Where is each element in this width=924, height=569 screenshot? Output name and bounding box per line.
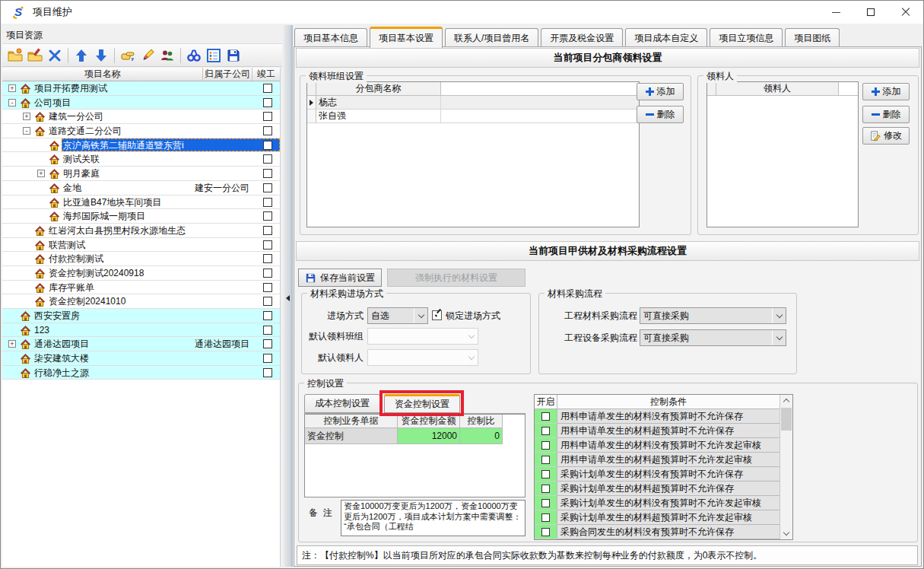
condition-checkbox[interactable] [541,412,550,421]
project-name[interactable]: 道路交通二分公司 [49,124,122,138]
condition-checkbox[interactable] [541,485,550,493]
tab-项目基本设置[interactable]: 项目基本设置 [370,27,443,48]
find-icon[interactable] [185,46,203,65]
project-name[interactable]: 123 [34,323,49,338]
condition-row[interactable]: 用料申请单发生的材料没有预算时不允许发起审核 [535,438,780,453]
condition-enable-cell[interactable] [535,496,557,510]
tab-项目基本信息[interactable]: 项目基本信息 [294,28,367,47]
completed-checkbox[interactable] [263,183,272,192]
new-project-icon[interactable] [6,46,24,65]
tree-row[interactable]: 库存平账单 [2,281,280,295]
expand-icon[interactable]: + [8,84,16,92]
completed-checkbox[interactable] [263,240,272,250]
completed-checkbox[interactable] [263,154,272,164]
completed-checkbox[interactable] [263,283,272,292]
condition-row[interactable]: 用料申请单发生的材料没有预算时不允许保存 [535,409,780,424]
tree-row[interactable]: 测试关联 [2,152,280,167]
chevron-down-icon[interactable] [772,330,786,345]
material-flow-combo[interactable]: 可直接采购 [640,307,786,324]
completed-checkbox[interactable] [263,84,272,93]
default-picker-combo[interactable] [367,349,478,366]
project-name[interactable]: 柒安建筑大楼 [34,351,89,366]
tab-联系人/项目曾用名[interactable]: 联系人/项目曾用名 [445,28,538,47]
completed-checkbox[interactable] [263,254,272,263]
lock-entry-mode-checkbox[interactable] [432,310,442,320]
subcontractor-row[interactable]: 杨志 [307,96,639,110]
scroll-thumb[interactable] [781,408,792,431]
project-name[interactable]: 西安安置房 [34,309,80,323]
scroll-up-icon[interactable] [780,395,792,407]
equipment-flow-combo[interactable]: 可直接采购 [640,329,786,346]
tab-开票及税金设置[interactable]: 开票及税金设置 [541,28,623,47]
condition-row[interactable]: 采购计划单发生的材料超预算时不允许发起审核 [535,510,780,525]
condition-row[interactable]: 采购计划单发生的材料没有预算时不允许发起审核 [535,496,780,510]
tree-row[interactable]: 123 [2,323,280,338]
completed-checkbox[interactable] [263,269,272,278]
condition-row[interactable]: 采购计划单发生的材料没有预算时不允许保存 [535,467,780,482]
condition-enable-cell[interactable] [535,467,557,482]
completed-checkbox[interactable] [263,98,272,107]
tree-row[interactable]: +通港达园项目通港达园项目 [2,337,280,351]
tree-row[interactable]: 红岩河太白县拐里村段水源地生态 [2,224,280,238]
conditions-scrollbar[interactable] [780,395,792,539]
condition-checkbox[interactable] [541,499,550,507]
tree-row[interactable]: +项目开拓费用测试 [2,81,280,96]
collapse-icon[interactable]: - [23,127,30,135]
completed-checkbox[interactable] [263,126,272,135]
delete-icon[interactable] [46,46,64,65]
picker-add-button[interactable]: 添加 [862,83,910,100]
maximize-button[interactable] [853,1,888,24]
condition-checkbox[interactable] [541,470,550,478]
members-icon[interactable] [158,46,176,65]
project-name[interactable]: 京沪高铁第二辅助通道暨东营i [63,138,184,153]
tree-row[interactable]: -公司项目 [2,96,280,110]
tree-row[interactable]: 柒安建筑大楼 [2,351,280,366]
close-button[interactable] [888,1,923,24]
completed-checkbox[interactable] [263,297,272,306]
entry-mode-combo[interactable]: 自选 [367,307,428,324]
condition-enable-cell[interactable] [535,453,557,467]
condition-row[interactable]: 用料申请单发生的材料超预算时不允许保存 [535,424,780,438]
control-tab-成本控制设置[interactable]: 成本控制设置 [304,394,380,413]
condition-enable-cell[interactable] [535,482,557,496]
chevron-down-icon[interactable] [464,329,478,344]
condition-row[interactable]: 采购合同发生的材料没有预算时不允许保存 [535,525,780,539]
completed-checkbox[interactable] [263,112,272,121]
condition-enable-cell[interactable] [535,409,557,424]
chevron-down-icon[interactable] [414,308,427,323]
completed-checkbox[interactable] [263,226,272,235]
project-name[interactable]: 明月豪庭 [63,167,100,181]
control-tab-资金控制设置[interactable]: 资金控制设置 [384,394,460,413]
completed-checkbox[interactable] [263,311,272,320]
project-name[interactable]: 建筑一分公司 [49,110,103,124]
picker-delete-button[interactable]: 删除 [862,106,910,123]
completed-checkbox[interactable] [263,141,272,150]
completed-checkbox[interactable] [263,198,272,207]
completed-checkbox[interactable] [263,339,272,348]
tree-row[interactable]: 金地建安一分公司 [2,181,280,195]
tree-row[interactable]: 比亚迪B47地块车间项目 [2,195,280,210]
project-name[interactable]: 比亚迪B47地块车间项目 [63,195,161,210]
completed-checkbox[interactable] [263,169,272,178]
chevron-down-icon[interactable] [464,350,478,365]
view-settings-icon[interactable] [205,46,223,65]
condition-enable-cell[interactable] [535,424,557,438]
move-down-icon[interactable] [92,46,110,65]
collapse-icon[interactable]: - [8,99,16,106]
control-amount-cell[interactable]: 12000 [398,428,460,444]
project-name[interactable]: 海邦国际城一期项目 [63,209,145,224]
minimize-button[interactable] [818,1,853,24]
project-name[interactable]: 付款控制测试 [49,252,103,266]
condition-enable-cell[interactable] [535,525,557,539]
project-name[interactable]: 红岩河太白县拐里村段水源地生态 [49,224,186,238]
edit-project-icon[interactable] [26,46,44,65]
condition-checkbox[interactable] [541,456,550,464]
tree-row[interactable]: 资金控制20241010 [2,294,280,309]
completed-checkbox[interactable] [263,354,272,363]
project-name[interactable]: 测试关联 [63,152,100,167]
move-up-icon[interactable] [72,46,90,65]
tab-项目立项信息[interactable]: 项目立项信息 [710,28,783,47]
tab-项目图纸[interactable]: 项目图纸 [785,28,840,47]
completed-checkbox[interactable] [263,211,272,221]
tree-row[interactable]: 联营测试 [2,238,280,253]
